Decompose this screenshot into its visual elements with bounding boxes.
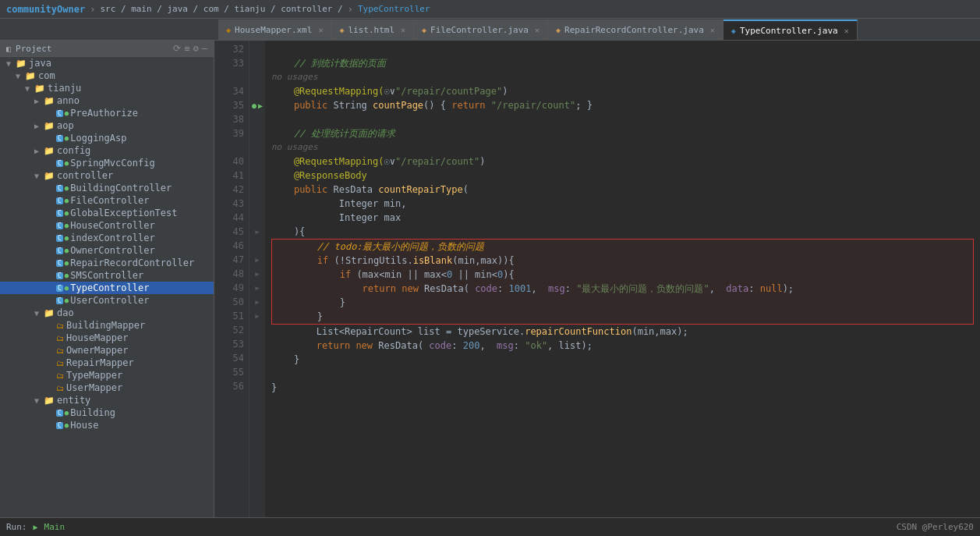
method-47: isBlank: [413, 254, 453, 268]
file-icon-indexctrl: ●: [65, 234, 69, 242]
tree-item-dao[interactable]: ▼ 📁 dao: [0, 307, 214, 319]
plain-48b: || min<: [452, 268, 497, 282]
tab-close-typecontroller[interactable]: ✕: [844, 27, 849, 35]
main-area: ◧ Project ⟳ ≡ ⚙ — ▼ 📁 java ▼ 📁 com: [0, 41, 980, 517]
tree-item-usercontroller[interactable]: C ● UserController: [0, 294, 214, 307]
code-line-38: [271, 112, 974, 126]
tree-item-controller[interactable]: ▼ 📁 controller: [0, 169, 214, 182]
spaces-42: [271, 183, 294, 197]
file-icon-filectrl: ●: [65, 197, 69, 204]
tree-item-com[interactable]: ▼ 📁 com: [0, 69, 214, 82]
code-line-45: ){: [271, 225, 974, 239]
label-building: Building: [70, 407, 115, 418]
kw-null-49: null: [760, 282, 783, 296]
badge-c-buildingctrl: C: [56, 185, 63, 192]
plain-49a: [396, 282, 402, 296]
collapse-icon[interactable]: ≡: [184, 43, 189, 54]
tree-item-preauthorize[interactable]: C ● PreAuthorize: [0, 107, 214, 119]
label-springmvcconfig: SpringMvcConfig: [70, 158, 154, 169]
label-preauthorize: PreAuthorize: [70, 108, 138, 119]
code-line-40: @RequestMapping(☉∨"/repair/count"): [271, 154, 974, 169]
tab-close-filecontroller[interactable]: ✕: [535, 26, 540, 34]
run-green-icon: ▶: [34, 523, 38, 531]
tree-item-buildingmapper[interactable]: 🗂 BuildingMapper: [0, 319, 214, 332]
breadcrumb-active: TypeController: [358, 4, 430, 14]
plain-34: ): [502, 84, 508, 98]
plain-52b: > list =: [406, 325, 457, 339]
settings-icon[interactable]: ⚙: [193, 43, 199, 54]
tree-item-java[interactable]: ▼ 📁 java: [0, 57, 214, 69]
label-buildingcontroller: BuildingController: [70, 183, 172, 193]
tree-item-entity[interactable]: ▼ 📁 entity: [0, 394, 214, 406]
spaces-46: [272, 240, 317, 254]
tree-item-housemapper2[interactable]: 🗂 HouseMapper: [0, 332, 214, 344]
type-52b: RepairCount: [345, 325, 406, 339]
tree-item-tianju[interactable]: ▼ 📁 tianju: [0, 82, 214, 94]
tab-repairrecord[interactable]: ◈ RepairRecordController.java ✕: [548, 20, 724, 40]
tree-item-globalexception[interactable]: C ● GlobalExceptionTest: [0, 207, 214, 219]
plain-49h: );: [783, 282, 794, 296]
tree-item-aop[interactable]: ▶ 📁 aop: [0, 119, 214, 132]
file-icon-buildingmapper: 🗂: [56, 321, 64, 330]
kw-public-42: public: [294, 183, 327, 197]
tree-item-config[interactable]: ▶ 📁 config: [0, 144, 214, 157]
folder-icon-anno: 📁: [44, 96, 55, 106]
file-icon-typemapper: 🗂: [56, 371, 64, 380]
plain-43: min,: [378, 197, 406, 211]
space-35b: String: [327, 98, 373, 112]
label-usercontroller: UserController: [70, 295, 149, 306]
tab-close-repairrecord[interactable]: ✕: [710, 26, 715, 34]
plain-53c: :: [451, 339, 462, 353]
file-icon-repairmapper: 🗂: [56, 359, 64, 367]
plain-53e: :: [514, 339, 525, 353]
badge-c-typectrl: C: [56, 285, 63, 292]
run-label: Run:: [6, 522, 27, 532]
badge-c-ownerctrl: C: [56, 247, 63, 254]
code-line-53: return new ResData( code: 200, msg: "ok"…: [271, 339, 974, 353]
code-line-51: }: [272, 310, 973, 324]
label-aop: aop: [57, 120, 74, 131]
tree-item-repairrecordcontroller[interactable]: C ● RepairRecordController: [0, 257, 214, 269]
tree-item-anno[interactable]: ▶ 📁 anno: [0, 94, 214, 107]
tab-bar: ◈ HouseMapper.xml ✕ ◈ list.html ✕ ◈ File…: [0, 19, 980, 41]
tab-housemapper[interactable]: ◈ HouseMapper.xml ✕: [218, 20, 331, 40]
tree-item-smscontroller[interactable]: C ● SMSController: [0, 269, 214, 282]
kw-if-47: if: [317, 254, 328, 268]
code-content[interactable]: // 到统计数据的页面 no usages @RequestMapping(☉∨…: [265, 41, 980, 517]
label-tianju: tianju: [48, 83, 81, 94]
annotation-40b: ☉∨: [384, 154, 395, 169]
tree-item-typecontroller2[interactable]: C ● TypeController: [0, 282, 214, 294]
tree-item-typemapper[interactable]: 🗂 TypeMapper: [0, 369, 214, 382]
tab-filecontroller[interactable]: ◈ FileController.java ✕: [414, 20, 548, 40]
tree-item-indexcontroller[interactable]: C ● indexController: [0, 232, 214, 244]
tree-item-filecontroller2[interactable]: C ● FileController: [0, 194, 214, 207]
label-loggingasp: LoggingAsp: [70, 133, 126, 144]
tree-item-ownercontroller[interactable]: C ● OwnerController: [0, 244, 214, 257]
tree-item-ownermapper[interactable]: 🗂 OwnerMapper: [0, 344, 214, 357]
label-com: com: [38, 70, 55, 81]
tree-item-housecontroller[interactable]: C ● HouseController: [0, 219, 214, 232]
sync-icon[interactable]: ⟳: [173, 43, 181, 54]
tree-item-house[interactable]: C ● House: [0, 419, 214, 431]
tab-list[interactable]: ◈ list.html ✕: [331, 20, 414, 40]
tab-close-housemapper[interactable]: ✕: [318, 26, 323, 34]
tree-item-building[interactable]: C ● Building: [0, 406, 214, 419]
tree-item-loggingasp[interactable]: C ● LoggingAsp: [0, 132, 214, 144]
label-ownercontroller: OwnerController: [70, 245, 154, 256]
code-line-no-usages-1: no usages: [271, 70, 974, 84]
tree-item-repairmapper[interactable]: 🗂 RepairMapper: [0, 357, 214, 369]
code-line-35: public String countPage() { return "/rep…: [271, 98, 974, 112]
file-icon-globalex: ●: [65, 209, 69, 217]
file-icon-housemapper2: 🗂: [56, 334, 64, 343]
tab-typecontroller[interactable]: ◈ TypeController.java ✕: [724, 20, 858, 40]
code-line-47: if (!StringUtils.isBlank(min,max)){: [272, 254, 973, 268]
tab-label-list: list.html: [348, 25, 394, 35]
tree-item-springmvc[interactable]: C ● SpringMvcConfig: [0, 157, 214, 169]
minimize-icon[interactable]: —: [202, 43, 207, 54]
tree-item-buildingcontroller[interactable]: C ● BuildingController: [0, 182, 214, 194]
tree-item-usermapper[interactable]: 🗂 UserMapper: [0, 382, 214, 394]
kw-if-48: if: [340, 268, 351, 282]
tab-close-list[interactable]: ✕: [401, 26, 405, 34]
plain-48a: (max<min || max<: [351, 268, 447, 282]
label-repairmapper: RepairMapper: [66, 357, 134, 368]
